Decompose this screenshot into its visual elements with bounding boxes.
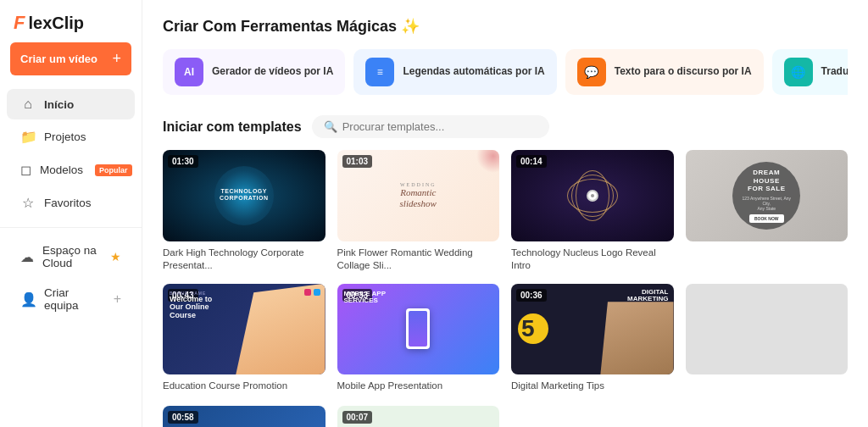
edu-welcome: Welcome toOur OnlineCourse bbox=[170, 296, 212, 321]
template-card-tech-corp[interactable]: 01:30 TECHNOLOGYCORPORATION Dark High Te… bbox=[163, 150, 326, 272]
template-thumb-nucleus: 00:14 bbox=[511, 150, 674, 241]
template-card-digital[interactable]: 00:36 5 DIGITALMARKETINGTIPS Digital Mar… bbox=[511, 284, 674, 393]
wedding-flowers-deco bbox=[470, 150, 499, 180]
crown-icon: ★ bbox=[110, 250, 121, 263]
education-content: BRAND NAME Welcome toOur OnlineCourse bbox=[170, 291, 212, 321]
sidebar-label-favoritos: Favoritos bbox=[44, 197, 92, 209]
tool-label-text-speech: Texto para o discurso por IA bbox=[615, 65, 752, 79]
sidebar-item-inicio[interactable]: ⌂ Início bbox=[7, 89, 135, 119]
template-label-education: Education Course Promotion bbox=[163, 380, 326, 392]
mobile-app-label: MOBILE APPSERVICES bbox=[344, 291, 386, 306]
nucleus-visual bbox=[567, 170, 618, 221]
dreamhouse-title: DREAMHOUSEFOR SALE bbox=[748, 169, 785, 193]
star-icon: ☆ bbox=[20, 195, 36, 211]
templates-section-header: Iniciar com templates 🔍 bbox=[163, 115, 848, 138]
template-thumb-row3d bbox=[686, 284, 849, 375]
nucleus-center bbox=[587, 190, 598, 202]
sidebar-item-cloud[interactable]: ☁ Espaço na Cloud ★ bbox=[7, 236, 135, 277]
tool-label-auto-sub: Legendas automáticas por IA bbox=[403, 65, 544, 79]
template-label-nucleus: Technology Nucleus Logo Reveal Intro bbox=[511, 247, 674, 272]
dreamhouse-sub: 123 Anywhere Street, Any City,Any State bbox=[739, 196, 793, 211]
templates-section-title: Iniciar com templates bbox=[163, 119, 302, 135]
templates-grid-row3: 00:58 00:07 bbox=[163, 406, 848, 427]
template-card-row3a[interactable]: 00:58 bbox=[163, 406, 326, 427]
nucleus-dot bbox=[591, 194, 594, 197]
template-card-wedding[interactable]: 01:03 WEDDING Romanticslideshow Pink Flo… bbox=[337, 150, 500, 272]
sidebar-nav: ⌂ Início 📁 Projetos ◻ Modelos Popular ☆ … bbox=[0, 86, 142, 323]
tool-ai-translate[interactable]: 🌐 Tradutor de IA bbox=[772, 49, 848, 95]
tool-text-speech[interactable]: 💬 Texto para o discurso por IA bbox=[565, 49, 764, 95]
template-search-box[interactable]: 🔍 bbox=[312, 115, 549, 138]
template-time-digital: 00:36 bbox=[516, 289, 547, 302]
edu-person bbox=[236, 284, 325, 375]
sidebar-item-favoritos[interactable]: ☆ Favoritos bbox=[7, 187, 135, 219]
popular-badge: Popular bbox=[95, 164, 132, 176]
wedding-text: WEDDING Romanticslideshow bbox=[400, 182, 437, 209]
template-label-digital: Digital Marketing Tips bbox=[511, 380, 674, 392]
template-card-row3d[interactable] bbox=[686, 284, 849, 393]
template-time-row3a: 00:58 bbox=[168, 411, 198, 424]
home-icon: ⌂ bbox=[20, 97, 36, 112]
template-card-education[interactable]: 00:43 BRAND NAME Welcome toOur OnlineCou… bbox=[163, 284, 326, 393]
template-thumb-row3a: 00:58 bbox=[163, 406, 326, 427]
instagram-icon bbox=[304, 289, 311, 296]
tech-corp-label: TECHNOLOGYCORPORATION bbox=[220, 188, 268, 202]
templates-grid: 01:30 TECHNOLOGYCORPORATION Dark High Te… bbox=[163, 150, 848, 392]
search-icon: 🔍 bbox=[324, 120, 337, 133]
logo: F lexClip bbox=[14, 12, 128, 34]
tool-label-ai-video: Gerador de vídeos por IA bbox=[212, 65, 333, 79]
cloud-icon: ☁ bbox=[20, 249, 34, 265]
template-thumb-tech-corp: 01:30 TECHNOLOGYCORPORATION bbox=[163, 150, 326, 241]
folder-icon: 📁 bbox=[20, 129, 36, 145]
tool-icon-ai-translate: 🌐 bbox=[784, 58, 813, 86]
template-label-tech-corp: Dark High Technology Corporate Presentat… bbox=[163, 247, 326, 272]
add-icon: + bbox=[114, 291, 121, 307]
template-card-row3b[interactable]: 00:07 bbox=[337, 406, 500, 427]
create-video-button[interactable]: Criar um vídeo + bbox=[10, 42, 131, 75]
mobile-screen bbox=[409, 311, 427, 347]
template-thumb-digital: 00:36 5 DIGITALMARKETINGTIPS bbox=[511, 284, 674, 375]
template-thumb-education: 00:43 BRAND NAME Welcome toOur OnlineCou… bbox=[163, 284, 326, 375]
plus-icon: + bbox=[112, 50, 121, 68]
sidebar-label-inicio: Início bbox=[44, 98, 74, 111]
sidebar: F lexClip Criar um vídeo + ⌂ Início 📁 Pr… bbox=[0, 0, 142, 427]
sidebar-label-projetos: Projetos bbox=[44, 130, 86, 143]
sidebar-item-equipa[interactable]: 👤 Criar equipa + bbox=[7, 279, 135, 319]
tool-label-ai-translate: Tradutor de IA bbox=[821, 65, 848, 79]
main-content: Criar Com Ferramentas Mágicas ✨ AI Gerad… bbox=[142, 0, 868, 427]
sidebar-label-equipa: Criar equipa bbox=[44, 286, 105, 312]
template-label-mobileapp: Mobile App Presentation bbox=[337, 380, 500, 392]
template-thumb-dreamhouse: DREAMHOUSEFOR SALE 123 Anywhere Street, … bbox=[686, 150, 849, 241]
digital-number: 5 bbox=[521, 315, 535, 342]
nav-divider bbox=[0, 227, 142, 228]
sidebar-label-modelos: Modelos bbox=[40, 164, 83, 176]
tool-icon-text-speech: 💬 bbox=[577, 58, 606, 86]
create-btn-label: Criar um vídeo bbox=[20, 53, 97, 65]
tool-icon-auto-sub: ≡ bbox=[365, 58, 394, 86]
sidebar-label-cloud: Espaço na Cloud bbox=[42, 244, 102, 269]
logo-rest: lexClip bbox=[28, 14, 84, 33]
template-time-wedding: 01:03 bbox=[342, 155, 373, 168]
tool-ai-video[interactable]: AI Gerador de vídeos por IA bbox=[163, 49, 345, 95]
logo-area: F lexClip bbox=[0, 0, 142, 42]
template-time-tech: 01:30 bbox=[168, 155, 198, 168]
template-card-mobileapp[interactable]: 00:33 MOBILE APPSERVICES Mobile App Pres… bbox=[337, 284, 500, 393]
tool-auto-sub[interactable]: ≡ Legendas automáticas por IA bbox=[353, 49, 556, 95]
dreamhouse-book-btn: BOOK NOW bbox=[749, 214, 784, 223]
sidebar-item-modelos[interactable]: ◻ Modelos Popular bbox=[7, 154, 135, 186]
digital-person bbox=[600, 302, 673, 374]
template-time-row3b: 00:07 bbox=[342, 411, 373, 424]
team-icon: 👤 bbox=[20, 291, 36, 308]
sidebar-item-projetos[interactable]: 📁 Projetos bbox=[7, 121, 135, 152]
template-card-nucleus[interactable]: 00:14 Technology Nucleus Logo Reveal Int… bbox=[511, 150, 674, 272]
template-time-nucleus: 00:14 bbox=[516, 155, 547, 168]
template-thumb-row3b: 00:07 bbox=[337, 406, 500, 427]
template-thumb-mobileapp: 00:33 MOBILE APPSERVICES bbox=[337, 284, 500, 375]
logo-f: F bbox=[14, 12, 25, 34]
template-thumb-wedding: 01:03 WEDDING Romanticslideshow bbox=[337, 150, 500, 241]
edu-social-icons bbox=[304, 289, 320, 296]
edu-person-area bbox=[236, 284, 325, 375]
template-card-dreamhouse[interactable]: DREAMHOUSEFOR SALE 123 Anywhere Street, … bbox=[686, 150, 849, 272]
dreamhouse-overlay: DREAMHOUSEFOR SALE 123 Anywhere Street, … bbox=[732, 162, 800, 230]
search-input[interactable] bbox=[342, 120, 537, 133]
